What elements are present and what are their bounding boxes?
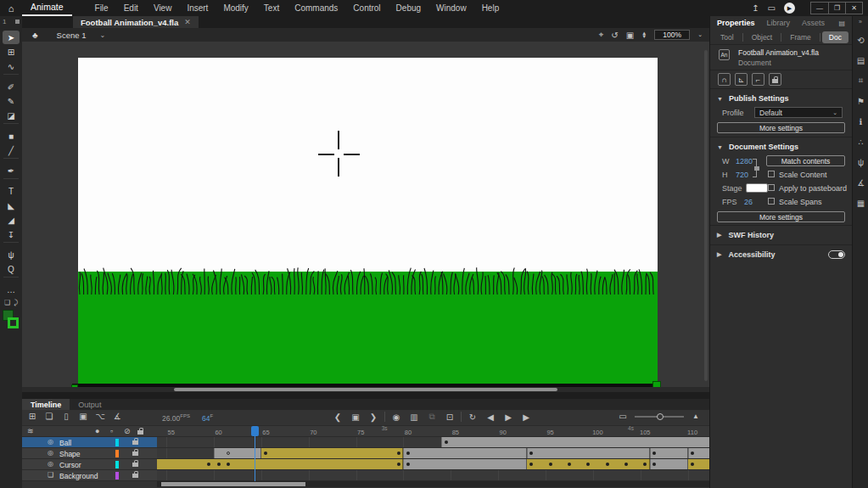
menu-edit[interactable]: Edit xyxy=(116,3,146,13)
graph-editor-button[interactable]: ∡ xyxy=(110,412,124,421)
publish-settings-header[interactable]: ▼ Publish Settings xyxy=(710,89,852,106)
minimize-button[interactable]: — xyxy=(811,3,828,14)
default-colors-icon[interactable]: ❏ xyxy=(4,299,10,307)
playhead-marker[interactable] xyxy=(251,426,259,436)
new-layer-button[interactable]: ⊞ xyxy=(25,412,39,421)
workspace-icon[interactable]: ▭ xyxy=(768,3,776,13)
onion-skin-button[interactable]: ◉ xyxy=(389,412,403,422)
layer-color-chip[interactable] xyxy=(115,450,119,457)
free-transform-tool[interactable]: ⊞ xyxy=(3,45,20,59)
subtab-doc[interactable]: Doc xyxy=(822,31,848,43)
keyframe[interactable] xyxy=(406,452,410,455)
keyframe[interactable] xyxy=(406,463,410,466)
document-more-settings-button[interactable]: More settings xyxy=(717,211,845,222)
frame-picker-icon[interactable]: ⌗ xyxy=(853,70,868,91)
tab-properties[interactable]: Properties xyxy=(717,19,755,27)
menu-text[interactable]: Text xyxy=(256,3,287,13)
snap-magnet-button[interactable]: ∩ xyxy=(718,73,731,86)
lock-icon[interactable] xyxy=(132,440,138,445)
document-settings-header[interactable]: ▼ Document Settings xyxy=(710,137,852,154)
tab-output[interactable]: Output xyxy=(70,399,109,410)
layer-color-chip[interactable] xyxy=(115,439,119,446)
publish-more-settings-button[interactable]: More settings xyxy=(717,122,845,133)
eyedropper-tool[interactable]: ◢ xyxy=(3,213,20,227)
stage-vertical-scrollbar[interactable] xyxy=(704,50,708,381)
keyframe[interactable] xyxy=(217,463,221,466)
menu-modify[interactable]: Modify xyxy=(216,3,255,13)
timeline-horizontal-scrollbar[interactable] xyxy=(157,481,709,487)
3d-rotation-icon[interactable]: ⟲ xyxy=(853,30,868,50)
stage-area[interactable] xyxy=(22,42,709,392)
frames-row-shape[interactable] xyxy=(157,448,709,459)
frames-row-background[interactable] xyxy=(157,470,709,481)
subtab-object[interactable]: Object xyxy=(745,31,780,43)
height-value[interactable]: 720 xyxy=(736,171,748,179)
zoom-level-input[interactable]: 100% xyxy=(654,30,690,40)
add-camera-button[interactable]: ▣ xyxy=(76,412,90,421)
zoom-stepper[interactable]: ▲▼ xyxy=(641,31,647,38)
layer-row-shape[interactable]: ◎Shape xyxy=(22,448,157,459)
close-tab-icon[interactable]: ✕ xyxy=(184,18,191,26)
center-frame-button[interactable]: ▣ xyxy=(349,412,362,422)
zoom-timeline-icon[interactable]: ▲ xyxy=(689,412,703,420)
history-graph-icon[interactable]: ∡ xyxy=(853,172,868,193)
close-button[interactable]: ✕ xyxy=(845,3,862,14)
accessibility-toggle[interactable] xyxy=(828,250,845,259)
selection-tool[interactable]: ➤ xyxy=(3,31,20,44)
resize-timeline-icon[interactable]: ▭ xyxy=(616,412,630,421)
app-brand[interactable]: Animate xyxy=(22,0,72,16)
menu-window[interactable]: Window xyxy=(428,3,474,13)
keyframe[interactable] xyxy=(549,463,552,466)
menu-commands[interactable]: Commands xyxy=(287,3,345,13)
scale-spans-checkbox[interactable] xyxy=(768,198,775,205)
frame-span[interactable] xyxy=(441,437,709,447)
frames-row-ball[interactable] xyxy=(157,437,709,448)
zoom-chevron-icon[interactable]: ⌄ xyxy=(697,31,703,38)
layer-color-chip[interactable] xyxy=(115,461,119,468)
layer-parenting-button[interactable]: ⌥ xyxy=(93,412,107,421)
menu-file[interactable]: File xyxy=(87,3,116,13)
lasso-tool[interactable]: ∿ xyxy=(3,59,20,73)
layer-name[interactable]: Cursor xyxy=(59,461,81,469)
new-folder-button[interactable]: ❏ xyxy=(42,412,56,421)
collapse-panels-icon[interactable]: » xyxy=(853,16,868,30)
onion-outlines-button[interactable]: ▥ xyxy=(407,412,421,422)
eraser-tool[interactable]: ◪ xyxy=(3,109,20,122)
rectangle-tool[interactable]: ■ xyxy=(3,129,20,143)
scale-content-checkbox[interactable] xyxy=(768,171,775,177)
pen-tool[interactable]: ✒ xyxy=(3,164,20,177)
menu-insert[interactable]: Insert xyxy=(179,3,216,13)
layer-row-ball[interactable]: ◎Ball xyxy=(22,437,157,448)
components-panel-icon[interactable]: ▦ xyxy=(853,193,868,213)
snap-align-button[interactable]: ⊾ xyxy=(735,73,748,86)
zoom-tool[interactable]: Q xyxy=(3,262,20,276)
scrollbar-thumb[interactable] xyxy=(161,482,305,486)
center-stage-icon[interactable]: ⌖ xyxy=(599,30,604,40)
layer-name[interactable]: Shape xyxy=(59,450,81,458)
motion-presets-icon[interactable]: ∴ xyxy=(853,132,868,152)
panel-menu-icon[interactable]: ▤ xyxy=(838,20,845,27)
lock-icon[interactable] xyxy=(132,452,138,456)
blank-keyframe[interactable] xyxy=(227,452,230,455)
frame-span[interactable] xyxy=(403,448,526,458)
timeline-frames[interactable] xyxy=(157,437,709,481)
bitmap-panel-icon[interactable]: ▤ xyxy=(853,50,868,70)
rotate-view-icon[interactable]: ↺ xyxy=(611,31,618,40)
layer-name[interactable]: Ball xyxy=(59,439,71,447)
frame-span[interactable] xyxy=(527,448,650,458)
restore-button[interactable]: ❐ xyxy=(828,3,845,14)
menu-debug[interactable]: Debug xyxy=(389,3,428,13)
tween-span[interactable] xyxy=(261,448,404,458)
test-movie-icon[interactable]: ▶ xyxy=(784,3,795,14)
lock-icon[interactable] xyxy=(132,474,138,478)
show-all-dot-icon[interactable]: ● xyxy=(95,427,99,435)
keyframe[interactable] xyxy=(624,463,628,466)
step-forward-button[interactable]: ▶ xyxy=(519,412,533,422)
swap-colors-icon[interactable]: ⤸ xyxy=(14,299,18,307)
stroke-color-swatch[interactable] xyxy=(8,317,19,328)
layer-name[interactable]: Background xyxy=(59,472,98,480)
classic-brush-tool[interactable]: ✎ xyxy=(3,94,20,108)
snap-grid-button[interactable]: ⌐ xyxy=(752,73,764,86)
puppet-panel-icon[interactable]: ψ xyxy=(853,152,868,172)
edit-multiple-frames-button[interactable]: ⧉ xyxy=(425,412,439,422)
